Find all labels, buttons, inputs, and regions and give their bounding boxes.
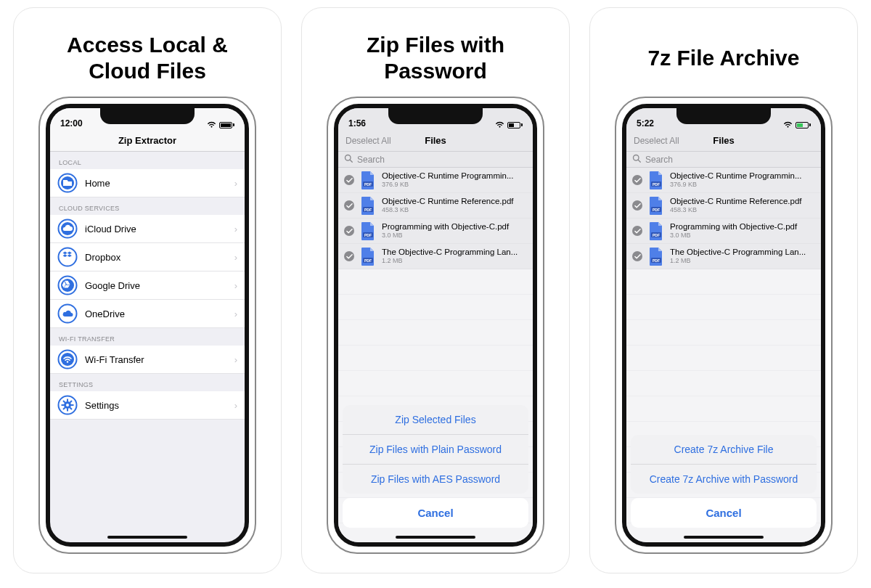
file-row[interactable]: PDFProgramming with Objective-C.pdf3.0 M… — [626, 219, 821, 244]
search-icon — [344, 154, 353, 165]
row-label: Dropbox — [85, 252, 234, 263]
gdrive-icon — [57, 275, 78, 295]
chevron-right-icon: › — [234, 280, 237, 291]
folder-icon — [57, 173, 78, 193]
chevron-right-icon: › — [234, 400, 237, 411]
list-filler — [338, 269, 533, 542]
file-name: The Objective-C Programming Lan... — [670, 248, 815, 257]
chevron-right-icon: › — [234, 178, 237, 189]
home-indicator — [684, 536, 764, 539]
row-settings[interactable]: Settings › — [50, 391, 245, 420]
svg-point-10 — [67, 361, 68, 362]
section-header-cloud: CLOUD SERVICES — [50, 197, 245, 215]
status-icons — [495, 121, 523, 128]
file-size: 3.0 MB — [382, 232, 527, 239]
row-onedrive[interactable]: OneDrive › — [50, 300, 245, 328]
svg-rect-14 — [67, 409, 68, 412]
battery-icon — [219, 122, 234, 128]
checkmark-icon — [632, 175, 642, 185]
nav-title: Zip Extractor — [118, 135, 176, 146]
svg-text:PDF: PDF — [364, 233, 372, 237]
phone-mock: 5:22 Deselect All Files Search PDFObject… — [615, 97, 833, 554]
svg-text:PDF: PDF — [364, 182, 372, 187]
phone-notch — [388, 108, 483, 124]
battery-icon — [796, 122, 811, 128]
row-label: Settings — [85, 400, 234, 411]
chevron-right-icon: › — [234, 252, 237, 263]
svg-text:PDF: PDF — [653, 233, 660, 237]
svg-text:PDF: PDF — [653, 258, 660, 263]
status-time: 12:00 — [60, 118, 83, 128]
row-label: Home — [85, 178, 234, 189]
row-label: iCloud Drive — [85, 224, 234, 234]
phone-notch — [100, 108, 195, 124]
search-placeholder: Search — [357, 155, 385, 165]
list-filler — [626, 269, 821, 542]
checkmark-icon — [632, 200, 642, 211]
chevron-right-icon: › — [234, 309, 237, 319]
card-headline: 7z File Archive — [648, 25, 800, 91]
file-size: 458.3 KB — [382, 206, 527, 213]
svg-point-21 — [66, 404, 69, 407]
row-label: Wi-Fi Transfer — [85, 354, 234, 365]
svg-rect-16 — [71, 404, 74, 406]
section-header-local: LOCAL — [50, 152, 245, 169]
row-icloud[interactable]: iCloud Drive › — [50, 215, 245, 243]
row-gdrive[interactable]: Google Drive › — [50, 271, 245, 300]
pdf-file-icon: PDF — [648, 246, 664, 266]
file-row[interactable]: PDFObjective-C Runtime Reference.pdf458.… — [338, 193, 533, 219]
pdf-file-icon: PDF — [648, 195, 664, 216]
nav-title: Files — [713, 135, 735, 146]
home-indicator — [107, 536, 187, 539]
file-row[interactable]: PDFThe Objective-C Programming Lan...1.2… — [338, 244, 533, 269]
onedrive-icon — [57, 303, 78, 324]
section-header-settings: SETTINGS — [50, 374, 245, 391]
file-row[interactable]: PDFObjective-C Runtime Reference.pdf458.… — [626, 193, 821, 219]
svg-text:PDF: PDF — [364, 208, 372, 212]
promo-card-1: Access Local & Cloud Files 12:00 Zip Ext… — [13, 7, 282, 573]
row-wifi-transfer[interactable]: Wi-Fi Transfer › — [50, 346, 245, 374]
pdf-file-icon: PDF — [360, 195, 376, 216]
battery-icon — [507, 122, 523, 128]
file-size: 1.2 MB — [382, 257, 527, 264]
file-size: 376.9 KB — [670, 181, 815, 188]
pdf-file-icon: PDF — [360, 221, 376, 241]
file-size: 458.3 KB — [670, 206, 815, 213]
nav-bar: Zip Extractor — [50, 130, 245, 152]
promo-card-3: 7z File Archive 5:22 Deselect All Files — [589, 7, 858, 573]
phone-mock: 12:00 Zip Extractor LOCAL Home › CLOUD S… — [38, 97, 256, 554]
file-name: Objective-C Runtime Programmin... — [382, 171, 527, 181]
phone-mock: 1:56 Deselect All Files Search PDFObject… — [327, 97, 544, 554]
status-icons — [207, 121, 234, 128]
search-bar[interactable]: Search — [338, 152, 533, 168]
file-name: Programming with Objective-C.pdf — [670, 222, 815, 232]
deselect-all-button[interactable]: Deselect All — [345, 136, 391, 146]
pdf-file-icon: PDF — [360, 170, 376, 190]
svg-text:PDF: PDF — [653, 182, 660, 187]
status-icons — [783, 121, 811, 128]
section-header-wifi: WI-FI TRANSFER — [50, 328, 245, 346]
promo-card-2: Zip Files with Password 1:56 Deselect Al… — [301, 7, 570, 573]
svg-point-4 — [59, 248, 77, 266]
checkmark-icon — [632, 251, 642, 261]
search-icon — [632, 154, 641, 165]
svg-text:PDF: PDF — [364, 258, 372, 263]
file-name: Programming with Objective-C.pdf — [382, 222, 527, 232]
file-row[interactable]: PDFObjective-C Runtime Programmin...376.… — [626, 168, 821, 193]
chevron-right-icon: › — [234, 354, 237, 365]
file-name: The Objective-C Programming Lan... — [382, 248, 527, 257]
search-bar[interactable]: Search — [626, 152, 821, 168]
wifi-icon — [57, 349, 78, 369]
file-name: Objective-C Runtime Programmin... — [670, 171, 815, 181]
file-row[interactable]: PDFObjective-C Runtime Programmin...376.… — [338, 168, 533, 193]
deselect-all-button[interactable]: Deselect All — [634, 136, 679, 146]
row-dropbox[interactable]: Dropbox › — [50, 243, 245, 271]
dropbox-icon — [57, 247, 78, 267]
status-time: 1:56 — [348, 118, 366, 128]
file-row[interactable]: PDFProgramming with Objective-C.pdf3.0 M… — [338, 219, 533, 244]
checkmark-icon — [344, 200, 354, 211]
file-row[interactable]: PDFThe Objective-C Programming Lan...1.2… — [626, 244, 821, 269]
search-placeholder: Search — [645, 155, 673, 165]
svg-rect-13 — [67, 399, 68, 402]
row-home[interactable]: Home › — [50, 169, 245, 197]
